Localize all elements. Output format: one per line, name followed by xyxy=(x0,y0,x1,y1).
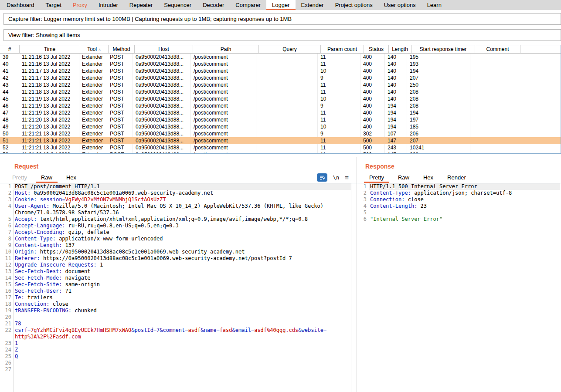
table-cell-time: 11:21:20 13 Jul 2022 xyxy=(19,123,79,130)
menu-tab-proxy[interactable]: Proxy xyxy=(67,0,93,10)
menu-tab-user-options[interactable]: User options xyxy=(378,0,422,10)
line-text: HTTP/1.1 500 Internal Server Error xyxy=(369,183,560,190)
table-cell-host: 0a9500020413d88... xyxy=(133,102,191,109)
table-cell-length: 140 xyxy=(385,88,407,95)
table-row[interactable]: 5011:21:21 13 Jul 2022ExtenderPOST0a9500… xyxy=(0,130,561,137)
table-cell-start-response-timer: 185 xyxy=(407,123,470,130)
column-header-path[interactable]: Path xyxy=(193,45,259,53)
table-cell-param-count: 11 xyxy=(318,81,360,88)
column-header-status[interactable]: Status xyxy=(364,45,389,53)
menu-tab-dashboard[interactable]: Dashboard xyxy=(1,0,40,10)
table-cell-start-response-timer: 208 xyxy=(407,95,470,102)
editor-line: 5 xyxy=(357,210,560,216)
menu-tab-decoder[interactable]: Decoder xyxy=(197,0,230,10)
line-number: 1 xyxy=(0,183,14,190)
table-cell--: 48 xyxy=(0,116,19,123)
table-cell-comment xyxy=(470,130,515,137)
table-cell-tool: Extender xyxy=(79,144,107,151)
menu-tab-comparer[interactable]: Comparer xyxy=(230,0,266,10)
table-cell-host: 0a9500020413d88... xyxy=(133,95,191,102)
request-panel-title: Request xyxy=(14,163,38,170)
table-cell-comment xyxy=(470,144,515,151)
table-row[interactable]: 4411:21:18 13 Jul 2022ExtenderPOST0a9500… xyxy=(0,88,561,95)
response-editor[interactable]: 1HTTP/1.1 500 Internal Server Error2Cont… xyxy=(357,183,560,392)
table-row[interactable]: 4811:21:20 13 Jul 2022ExtenderPOST0a9500… xyxy=(0,116,561,123)
table-row[interactable]: 4311:21:18 13 Jul 2022ExtenderPOST0a9500… xyxy=(0,81,561,88)
table-cell--: 44 xyxy=(0,88,19,95)
table-cell-method: POST xyxy=(107,81,133,88)
editor-line: 4User-Agent: Mozilla/5.0 (Macintosh; Int… xyxy=(0,203,351,210)
response-tab-render[interactable]: Render xyxy=(442,174,471,182)
burp-logger-window: DashboardTargetProxyIntruderRepeaterSequ… xyxy=(0,0,561,392)
line-number: 22 xyxy=(0,327,14,334)
column-header-param-count[interactable]: Param count xyxy=(321,45,364,53)
prettify-toggle-button[interactable] xyxy=(317,173,327,182)
column-header-query[interactable]: Query xyxy=(259,45,321,53)
table-cell-status: 400 xyxy=(360,61,385,68)
table-cell-method: POST xyxy=(107,95,133,102)
column-header-method[interactable]: Method xyxy=(109,45,135,53)
view-filter-bar[interactable]: View filter: Showing all items xyxy=(3,29,561,41)
line-number: 9 xyxy=(0,242,14,249)
table-row[interactable]: 4511:21:19 13 Jul 2022ExtenderPOST0a9500… xyxy=(0,95,561,102)
column-header-length[interactable]: Length xyxy=(389,45,411,53)
response-panel-title: Response xyxy=(365,163,394,170)
table-row[interactable]: 4011:21:16 13 Jul 2022ExtenderPOST0a9500… xyxy=(0,61,561,68)
line-number: 6 xyxy=(357,216,369,223)
line-number: 6 xyxy=(0,223,14,229)
table-cell-length: 140 xyxy=(385,95,407,102)
response-tab-hex[interactable]: Hex xyxy=(418,174,439,182)
table-row[interactable]: 4911:21:20 13 Jul 2022ExtenderPOST0a9500… xyxy=(0,123,561,130)
line-text: Content-Length: 137 xyxy=(14,242,351,249)
table-cell-length: 107 xyxy=(385,130,407,137)
table-cell-start-response-timer: 197 xyxy=(407,116,470,123)
table-row[interactable]: 4611:21:19 13 Jul 2022ExtenderPOST0a9500… xyxy=(0,102,561,109)
response-tab-pretty[interactable]: Pretty xyxy=(364,174,389,183)
table-row[interactable]: 5211:21:21 13 Jul 2022ExtenderPOST0a9500… xyxy=(0,144,561,151)
table-row[interactable]: 5111:21:21 13 Jul 2022ExtenderPOST0a9500… xyxy=(0,137,561,144)
line-text: Sec-Fetch-Site: same-origin xyxy=(14,281,351,288)
table-cell-query xyxy=(256,102,318,109)
response-panel: Response PrettyRawHexRender 1HTTP/1.1 50… xyxy=(357,157,561,392)
table-cell--: 51 xyxy=(0,137,19,144)
menu-tab-project-options[interactable]: Project options xyxy=(330,0,378,10)
column-header-comment[interactable]: Comment xyxy=(475,45,520,53)
capture-filter-bar[interactable]: Capture filter: Logger memory limit set … xyxy=(3,13,561,25)
table-row[interactable]: 3911:21:16 13 Jul 2022ExtenderPOST0a9500… xyxy=(0,54,561,61)
response-tab-raw[interactable]: Raw xyxy=(393,174,415,182)
menu-tab-intruder[interactable]: Intruder xyxy=(93,0,124,10)
table-row[interactable]: 4111:21:17 13 Jul 2022ExtenderPOST0a9500… xyxy=(0,68,561,74)
column-header-host[interactable]: Host xyxy=(135,45,193,53)
menu-tab-extender[interactable]: Extender xyxy=(296,0,330,10)
line-number: 25 xyxy=(0,353,14,360)
table-row[interactable]: 4211:21:17 13 Jul 2022ExtenderPOST0a9500… xyxy=(0,74,561,81)
table-row[interactable]: 4711:21:19 13 Jul 2022ExtenderPOST0a9500… xyxy=(0,109,561,116)
table-cell-host: 0a9500020413d88... xyxy=(133,88,191,95)
table-cell-param-count: 10 xyxy=(318,95,360,102)
table-cell-tool: Extender xyxy=(79,74,107,81)
line-text: Cookie: session=VgFWy4D2vMfON7vMNMhjQ1Sc… xyxy=(14,196,351,203)
table-cell-time: 11:21:17 13 Jul 2022 xyxy=(19,74,79,81)
newline-toggle-button[interactable]: \n xyxy=(333,175,339,181)
table-cell-status: 400 xyxy=(360,68,385,74)
menu-tab-learn[interactable]: Learn xyxy=(422,0,447,10)
menu-tab-repeater[interactable]: Repeater xyxy=(124,0,158,10)
request-tab-hex[interactable]: Hex xyxy=(61,174,82,182)
editor-menu-button[interactable]: ≡ xyxy=(345,173,349,182)
column-header-time[interactable]: Time xyxy=(20,45,80,53)
table-cell-start-response-timer: 208 xyxy=(407,88,470,95)
line-text: Accept-Encoding: gzip, deflate xyxy=(14,229,351,236)
menu-tab-target[interactable]: Target xyxy=(40,0,67,10)
request-tab-raw[interactable]: Raw xyxy=(36,174,58,183)
table-cell-path: /post/comment xyxy=(191,74,256,81)
request-editor[interactable]: 1POST /post/comment HTTP/1.12Host: 0a950… xyxy=(0,183,351,392)
menu-tab-sequencer[interactable]: Sequencer xyxy=(158,0,197,10)
line-number: 7 xyxy=(0,229,14,236)
menu-tab-logger[interactable]: Logger xyxy=(266,0,295,10)
column-header-start-response-timer[interactable]: Start response timer xyxy=(411,45,475,53)
column-header--[interactable]: # xyxy=(0,45,20,53)
table-cell-path: /post/comment xyxy=(191,116,256,123)
column-header-tool[interactable]: Tool∧ xyxy=(80,45,109,53)
line-text: Referer: https://0a9500020413d88ac08c5c1… xyxy=(14,255,351,262)
menu-bar: DashboardTargetProxyIntruderRepeaterSequ… xyxy=(0,0,561,10)
